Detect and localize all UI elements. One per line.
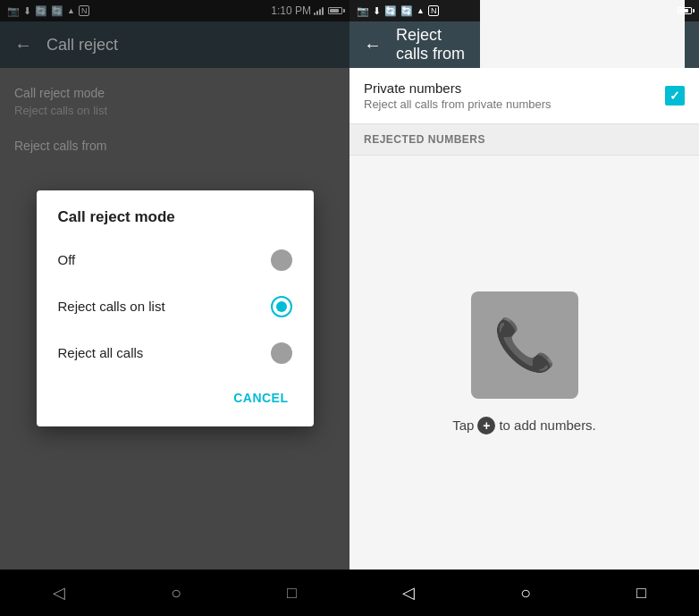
right-toolbar-title: Reject calls from xyxy=(396,26,466,63)
right-nav-bar: ◁ ○ □ xyxy=(350,570,699,616)
right-panel: 📷 ⬇ 🔄 🔄 ▲ N 1:11 PM ← Reject calls from … xyxy=(350,0,699,616)
right-photo-icon: 📷 xyxy=(357,5,369,17)
right-home-nav[interactable]: ○ xyxy=(520,583,531,603)
dialog-overlay: Call reject mode Off Reject calls on lis… xyxy=(0,0,350,616)
private-numbers-title: Private numbers xyxy=(364,80,552,96)
dialog-option-reject-all[interactable]: Reject all calls xyxy=(37,330,314,376)
right-upload-icon: ▲ xyxy=(417,6,425,15)
dialog-option-reject-list[interactable]: Reject calls on list xyxy=(37,283,314,330)
radio-reject-all xyxy=(271,342,292,364)
dialog-title: Call reject mode xyxy=(37,208,314,237)
add-icon-circle[interactable]: + xyxy=(477,417,495,435)
tap-text-prefix: Tap xyxy=(452,418,474,433)
right-toolbar: ← Reject calls from + xyxy=(350,21,699,68)
rejected-numbers-header: REJECTED NUMBERS xyxy=(350,124,699,156)
tap-to-add-text: Tap + to add numbers. xyxy=(452,417,596,435)
right-battery-icon xyxy=(678,7,692,14)
dialog-option-reject-all-label: Reject all calls xyxy=(58,345,144,360)
dialog-option-off-label: Off xyxy=(58,252,76,267)
private-numbers-text: Private numbers Reject all calls from pr… xyxy=(364,80,552,111)
right-nfc-icon: N xyxy=(428,5,440,16)
private-numbers-row[interactable]: Private numbers Reject all calls from pr… xyxy=(350,68,699,124)
right-sync-icon2: 🔄 xyxy=(400,5,413,17)
right-back-nav[interactable]: ◁ xyxy=(402,583,415,603)
private-numbers-checkbox[interactable] xyxy=(665,86,685,105)
private-numbers-subtitle: Reject all calls from private numbers xyxy=(364,97,552,111)
right-content: Private numbers Reject all calls from pr… xyxy=(350,68,699,570)
right-sync-icon1: 🔄 xyxy=(384,5,397,17)
right-back-button[interactable]: ← xyxy=(364,35,382,55)
tap-text-suffix: to add numbers. xyxy=(499,418,595,433)
empty-state: 📞 Tap + to add numbers. xyxy=(350,156,699,570)
right-status-icons: 📷 ⬇ 🔄 🔄 ▲ N xyxy=(357,5,439,17)
dialog-cancel-button[interactable]: CANCEL xyxy=(223,384,299,412)
radio-reject-list xyxy=(271,296,292,317)
phone-icon-background: 📞 xyxy=(471,291,578,399)
dialog-option-reject-list-label: Reject calls on list xyxy=(58,299,165,314)
dialog-actions: CANCEL xyxy=(37,376,314,419)
right-download-icon: ⬇ xyxy=(373,5,381,17)
radio-off xyxy=(271,249,292,271)
left-panel: 📷 ⬇ 🔄 🔄 ▲ N 1:10 PM ← Call reject xyxy=(0,0,350,616)
right-recent-nav[interactable]: □ xyxy=(636,584,646,603)
call-reject-mode-dialog: Call reject mode Off Reject calls on lis… xyxy=(37,190,314,426)
dialog-option-off[interactable]: Off xyxy=(37,237,314,283)
phone-icon: 📞 xyxy=(493,316,556,375)
